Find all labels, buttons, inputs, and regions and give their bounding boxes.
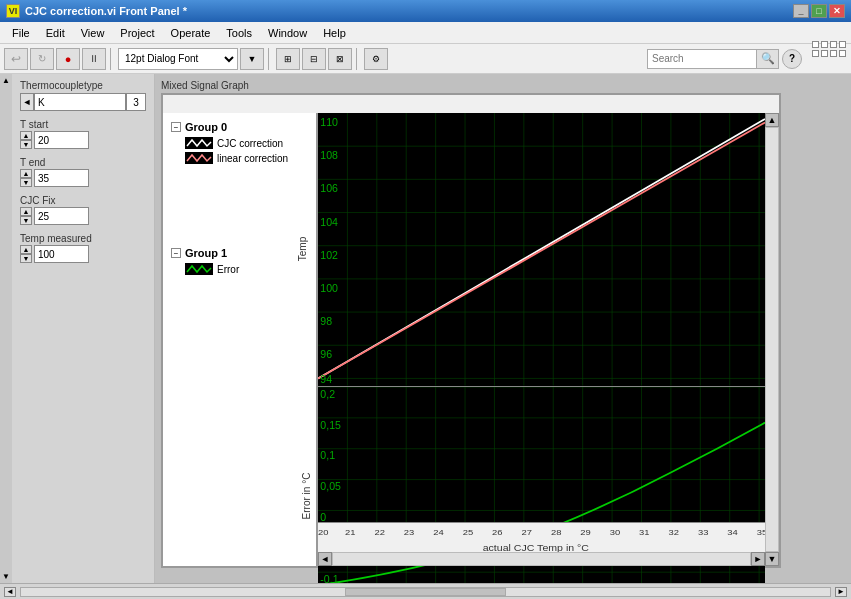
toolbar-sep1 bbox=[110, 48, 114, 70]
legend-cjc-correction: CJC correction bbox=[185, 137, 308, 149]
app-icon: VI bbox=[6, 4, 20, 18]
menu-tools[interactable]: Tools bbox=[218, 25, 260, 41]
group1-toggle[interactable]: − bbox=[171, 248, 181, 258]
linear-correction-icon bbox=[185, 152, 213, 164]
cjc-fix-label: CJC Fix bbox=[20, 195, 146, 206]
svg-text:25: 25 bbox=[463, 528, 474, 537]
help-button[interactable]: ? bbox=[782, 49, 802, 69]
x-axis-svg: 20 21 22 23 24 25 26 27 28 29 30 31 32 3… bbox=[318, 523, 765, 553]
font-selector[interactable]: 12pt Dialog Font bbox=[118, 48, 238, 70]
grid-cell bbox=[830, 50, 837, 57]
main-hscroll[interactable] bbox=[20, 587, 831, 597]
svg-text:33: 33 bbox=[698, 528, 709, 537]
legend-linear-correction: linear correction bbox=[185, 152, 308, 164]
left-panel: ▲ ▼ Thermocoupletype ◄ K 3 T start ▲ bbox=[0, 74, 155, 583]
svg-text:0,15: 0,15 bbox=[320, 418, 341, 430]
pause-button[interactable]: ⏸ bbox=[82, 48, 106, 70]
resize-button[interactable]: ⊠ bbox=[328, 48, 352, 70]
thermocouple-value[interactable]: K bbox=[34, 93, 126, 111]
vscroll-up[interactable]: ▲ bbox=[765, 113, 779, 127]
linear-correction-label: linear correction bbox=[217, 153, 288, 164]
thermocouple-decrement[interactable]: ◄ bbox=[20, 93, 34, 111]
temp-measured-increment[interactable]: ▲ bbox=[20, 245, 32, 254]
t-start-control: T start ▲ ▼ 20 bbox=[20, 119, 146, 149]
align-button[interactable]: ⊞ bbox=[276, 48, 300, 70]
svg-text:26: 26 bbox=[492, 528, 503, 537]
charts-area: Temp bbox=[318, 113, 779, 566]
vscroll-track[interactable] bbox=[765, 127, 779, 552]
chart-hscroll[interactable]: ◄ ► bbox=[318, 552, 765, 566]
t-start-value[interactable]: 20 bbox=[34, 131, 89, 149]
t-end-spinner[interactable]: ▲ ▼ bbox=[20, 169, 32, 187]
close-button[interactable]: ✕ bbox=[829, 4, 845, 18]
temp-measured-spinner[interactable]: ▲ ▼ bbox=[20, 245, 32, 263]
svg-text:29: 29 bbox=[580, 528, 591, 537]
cjc-fix-decrement[interactable]: ▼ bbox=[20, 216, 32, 225]
x-axis-area: 20 21 22 23 24 25 26 27 28 29 30 31 32 3… bbox=[318, 522, 765, 552]
right-panel: Mixed Signal Graph − Group 0 CJC correct… bbox=[155, 74, 851, 583]
temp-measured-decrement[interactable]: ▼ bbox=[20, 254, 32, 263]
svg-text:0,05: 0,05 bbox=[320, 480, 341, 492]
svg-text:23: 23 bbox=[404, 528, 415, 537]
svg-text:22: 22 bbox=[374, 528, 385, 537]
temp-measured-value[interactable]: 100 bbox=[34, 245, 89, 263]
error-icon bbox=[185, 263, 213, 275]
svg-text:21: 21 bbox=[345, 528, 356, 537]
upper-chart-svg: 110 108 106 104 102 100 98 96 94 bbox=[318, 113, 765, 386]
menu-operate[interactable]: Operate bbox=[163, 25, 219, 41]
t-end-label: T end bbox=[20, 157, 146, 168]
lower-y-label: Error in °C bbox=[301, 473, 312, 520]
hscroll-left[interactable]: ◄ bbox=[318, 552, 332, 566]
run-arrow-button[interactable]: ↩ bbox=[4, 48, 28, 70]
t-end-decrement[interactable]: ▼ bbox=[20, 178, 32, 187]
legend-error: Error bbox=[185, 263, 308, 275]
font-size-button[interactable]: ▼ bbox=[240, 48, 264, 70]
cjc-fix-increment[interactable]: ▲ bbox=[20, 207, 32, 216]
group0-header: − Group 0 bbox=[171, 121, 308, 133]
menu-project[interactable]: Project bbox=[112, 25, 162, 41]
menu-edit[interactable]: Edit bbox=[38, 25, 73, 41]
hscroll-track[interactable] bbox=[332, 552, 751, 566]
toolbar-sep3 bbox=[356, 48, 360, 70]
t-start-spinner[interactable]: ▲ ▼ bbox=[20, 131, 32, 149]
menu-window[interactable]: Window bbox=[260, 25, 315, 41]
graph-container: − Group 0 CJC correction linear correc bbox=[161, 93, 781, 568]
t-end-value[interactable]: 35 bbox=[34, 169, 89, 187]
t-start-increment[interactable]: ▲ bbox=[20, 131, 32, 140]
t-start-decrement[interactable]: ▼ bbox=[20, 140, 32, 149]
grid-cell bbox=[830, 41, 837, 48]
menu-view[interactable]: View bbox=[73, 25, 113, 41]
left-scrollbar[interactable]: ▲ ▼ bbox=[0, 74, 12, 583]
svg-text:35: 35 bbox=[757, 528, 765, 537]
grid-cell bbox=[839, 41, 846, 48]
hscroll-right[interactable]: ► bbox=[751, 552, 765, 566]
search-input[interactable] bbox=[647, 49, 757, 69]
group0-toggle[interactable]: − bbox=[171, 122, 181, 132]
search-icon-button[interactable]: 🔍 bbox=[757, 49, 779, 69]
svg-text:20: 20 bbox=[318, 528, 329, 537]
stop-button[interactable]: ● bbox=[56, 48, 80, 70]
legend-panel: − Group 0 CJC correction linear correc bbox=[163, 113, 318, 566]
svg-text:100: 100 bbox=[320, 282, 338, 294]
cjc-fix-spinner[interactable]: ▲ ▼ bbox=[20, 207, 32, 225]
run-continuously-button[interactable]: ↻ bbox=[30, 48, 54, 70]
minimize-button[interactable]: _ bbox=[793, 4, 809, 18]
menu-help[interactable]: Help bbox=[315, 25, 354, 41]
svg-text:0,1: 0,1 bbox=[320, 449, 335, 461]
t-end-increment[interactable]: ▲ bbox=[20, 169, 32, 178]
hscroll-right-btn[interactable]: ► bbox=[835, 587, 847, 597]
svg-text:106: 106 bbox=[320, 182, 338, 194]
svg-text:110: 110 bbox=[320, 116, 338, 128]
chart-vscroll[interactable]: ▲ ▼ bbox=[765, 113, 779, 566]
cjc-fix-value[interactable]: 25 bbox=[34, 207, 89, 225]
distribute-button[interactable]: ⊟ bbox=[302, 48, 326, 70]
svg-text:31: 31 bbox=[639, 528, 650, 537]
upper-y-label: Temp bbox=[297, 237, 308, 261]
vscroll-down[interactable]: ▼ bbox=[765, 552, 779, 566]
maximize-button[interactable]: □ bbox=[811, 4, 827, 18]
hscroll-left-btn[interactable]: ◄ bbox=[4, 587, 16, 597]
upper-chart: Temp bbox=[318, 113, 765, 387]
tools-button[interactable]: ⚙ bbox=[364, 48, 388, 70]
menu-file[interactable]: File bbox=[4, 25, 38, 41]
svg-text:30: 30 bbox=[610, 528, 621, 537]
